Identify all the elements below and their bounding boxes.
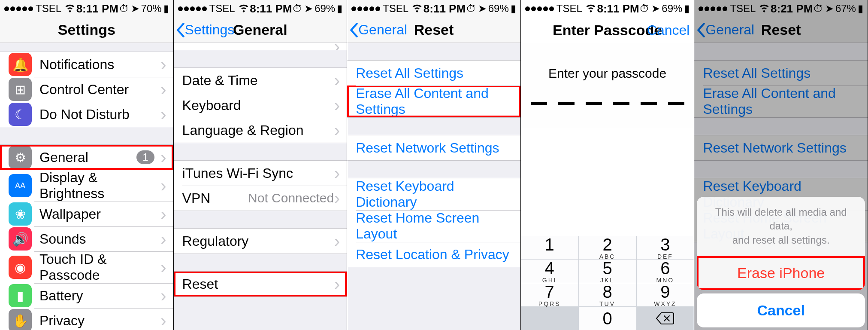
row-reset-network[interactable]: Reset Network Settings (347, 135, 520, 160)
row-label: Date & Time (182, 73, 339, 89)
row-label: Do Not Disturb (39, 107, 165, 122)
signal-dots-icon (351, 6, 380, 11)
row-label: Notifications (39, 57, 165, 73)
battery-icon: ▮ (337, 3, 342, 15)
carrier-label: TSEL (383, 3, 408, 15)
page-title: Enter Passcode (553, 22, 662, 39)
row-label: Reset Home Screen Layout (356, 210, 512, 242)
signal-dots-icon (4, 6, 33, 11)
key-empty (521, 307, 578, 330)
general-icon: ⚙ (9, 146, 32, 169)
erase-iphone-button[interactable]: Erase iPhone (697, 256, 865, 290)
row-label: iTunes Wi-Fi Sync (182, 165, 339, 181)
wallpaper-icon: ❀ (9, 202, 32, 226)
row-reset-all[interactable]: Reset All Settings (347, 61, 520, 86)
row-keyboard[interactable]: Keyboard (174, 93, 347, 118)
row-label: General (39, 150, 136, 165)
battery-pct: 70% (141, 3, 162, 15)
key-6[interactable]: 6MNO (637, 260, 694, 283)
row-label: Reset All Settings (356, 65, 463, 81)
carrier-label: TSEL (209, 3, 235, 15)
key-2[interactable]: 2ABC (579, 236, 636, 259)
screen-settings: TSEL 8:11 PM ⏱ ➤ 70% ▮ Settings 🔔 Notifi… (0, 0, 174, 330)
clock: 8:11 PM (250, 2, 293, 15)
screen-passcode: TSEL 8:11 PM ⏱➤69%▮ Enter Passcode Cance… (521, 0, 695, 330)
alarm-icon: ⏱ (466, 3, 476, 15)
location-icon: ➤ (478, 3, 487, 15)
location-icon: ➤ (651, 3, 660, 15)
settings-row-notifications[interactable]: 🔔 Notifications (0, 52, 173, 77)
location-icon: ➤ (304, 3, 313, 15)
settings-row-privacy[interactable]: ✋ Privacy (0, 308, 173, 330)
row-language[interactable]: Language & Region (174, 118, 347, 143)
settings-row-touchid[interactable]: ◉ Touch ID & Passcode (0, 251, 173, 283)
key-4[interactable]: 4GHI (521, 260, 578, 283)
backspace-key[interactable] (637, 307, 694, 330)
row-label: Touch ID & Passcode (39, 251, 165, 283)
battery-icon: ▮ (684, 3, 690, 15)
wifi-icon (238, 1, 250, 16)
page-title: General (233, 21, 287, 38)
touchid-icon: ◉ (9, 256, 32, 279)
carrier-label: TSEL (36, 3, 61, 15)
badge: 1 (136, 150, 154, 164)
nav-bar: General Reset (347, 17, 520, 43)
row-label: Reset Network Settings (356, 140, 499, 156)
privacy-icon: ✋ (9, 309, 32, 330)
alarm-icon: ⏱ (119, 3, 129, 15)
row-reset-home[interactable]: Reset Home Screen Layout (347, 210, 520, 242)
battery-pct: 69% (315, 3, 335, 15)
settings-row-wallpaper[interactable]: ❀ Wallpaper (0, 202, 173, 226)
screen-erase-confirm: TSEL 8:21 PM ⏱➤67%▮ General Reset Reset … (694, 0, 868, 330)
row-reset-location[interactable]: Reset Location & Privacy (347, 242, 520, 267)
cancel-button[interactable]: Cancel (647, 22, 690, 38)
battery-pct: 69% (488, 3, 509, 15)
settings-row-dnd[interactable]: ☾ Do Not Disturb (0, 102, 173, 127)
key-9[interactable]: 9WXYZ (637, 283, 694, 306)
signal-dots-icon (178, 6, 207, 11)
page-title: Settings (58, 21, 115, 38)
settings-row-general[interactable]: ⚙ General 1 (0, 145, 173, 170)
settings-row-display[interactable]: AA Display & Brightness (0, 170, 173, 202)
key-5[interactable]: 5JKL (579, 260, 636, 283)
key-7[interactable]: 7PQRS (521, 283, 578, 306)
row-reset[interactable]: Reset (174, 272, 347, 296)
row-detail: Not Connected (248, 191, 334, 205)
row-vpn[interactable]: VPN Not Connected (174, 186, 347, 211)
back-button[interactable]: Settings (176, 22, 235, 38)
clock: 8:11 PM (76, 2, 119, 15)
row-erase-all[interactable]: Erase All Content and Settings (347, 86, 520, 117)
key-0[interactable]: 0 (579, 307, 636, 330)
settings-row-battery[interactable]: ▮ Battery (0, 283, 173, 308)
wifi-icon (64, 1, 76, 16)
restrictions-row-partial[interactable] (174, 43, 347, 50)
nav-bar: Settings (0, 17, 173, 43)
key-1[interactable]: 1 (521, 236, 578, 259)
location-icon: ➤ (131, 3, 139, 15)
row-regulatory[interactable]: Regulatory (174, 229, 347, 254)
row-itunes-wifi[interactable]: iTunes Wi-Fi Sync (174, 161, 347, 186)
row-reset-keyboard[interactable]: Reset Keyboard Dictionary (347, 178, 520, 210)
row-label: Regulatory (182, 233, 339, 249)
row-label: Erase All Content and Settings (356, 86, 512, 117)
row-label: Sounds (39, 231, 165, 247)
key-3[interactable]: 3DEF (637, 236, 694, 259)
screen-general: TSEL 8:11 PM ⏱➤69%▮ Settings General Dat… (174, 0, 348, 330)
settings-row-sounds[interactable]: 🔊 Sounds (0, 226, 173, 251)
cancel-button[interactable]: Cancel (697, 293, 865, 327)
alarm-icon: ⏱ (639, 3, 650, 15)
wifi-icon (411, 1, 423, 16)
back-button[interactable]: General (350, 22, 407, 38)
nav-bar: Settings General (174, 17, 347, 43)
clock: 8:11 PM (423, 2, 466, 15)
settings-row-control-center[interactable]: ⊞ Control Center (0, 77, 173, 102)
row-label: Privacy (39, 313, 165, 329)
wifi-icon (585, 1, 597, 16)
row-date-time[interactable]: Date & Time (174, 68, 347, 93)
battery-pct: 69% (662, 3, 682, 15)
key-8[interactable]: 8TUV (579, 283, 636, 306)
alarm-icon: ⏱ (292, 3, 302, 15)
row-label: Reset (182, 276, 339, 292)
carrier-label: TSEL (556, 3, 582, 15)
status-bar: TSEL 8:11 PM ⏱➤69%▮ (174, 0, 347, 17)
